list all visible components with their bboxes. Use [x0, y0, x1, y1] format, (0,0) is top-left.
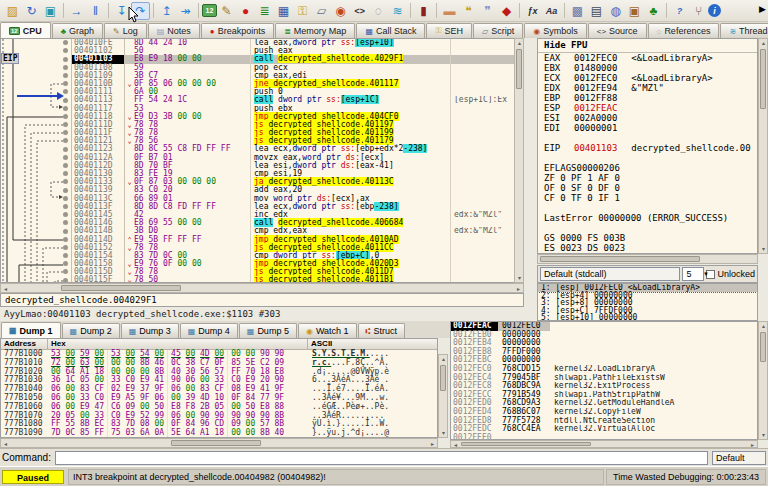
comments-icon[interactable]: ❝ — [459, 2, 478, 20]
register-esi[interactable]: ESI002A0000 — [538, 113, 757, 123]
breakpoint-dot[interactable] — [63, 229, 68, 234]
command-input[interactable] — [55, 451, 708, 465]
tab-references[interactable]: ◌References — [648, 23, 720, 38]
edit-script-icon[interactable]: ✎ — [217, 2, 236, 20]
vertical-splitter[interactable] — [524, 38, 537, 283]
breakpoint-dot[interactable] — [63, 147, 68, 152]
memory-map-icon[interactable]: ≣ — [255, 2, 274, 20]
breakpoint-dot[interactable] — [63, 188, 68, 193]
dump-tab-watch-1[interactable]: ◉Watch 1 — [298, 323, 357, 338]
register-edi[interactable]: EDI00000001 — [538, 123, 757, 133]
dump-col-address[interactable]: Address — [1, 339, 48, 349]
call-arguments-panel[interactable]: 1: [esp] 0012FEC0 <&LoadLibraryA>2: [esp… — [537, 283, 758, 321]
register-edx[interactable]: EDX0012FE94&"MZl" — [538, 83, 757, 93]
script-view-icon[interactable]: ▱ — [312, 2, 331, 20]
registers-vscrollbar[interactable]: ▴▾ — [758, 38, 768, 254]
dump-tab-struct[interactable]: ⑆Struct — [358, 323, 405, 338]
trace-icon[interactable]: ▮ — [414, 2, 433, 20]
functions-icon[interactable]: ƒx — [523, 2, 542, 20]
hide-fpu-button[interactable]: Hide FPU — [538, 39, 757, 53]
breakpoint-dot[interactable] — [63, 98, 68, 103]
stack-row[interactable]: 0012FEB400000000 — [451, 339, 757, 348]
breakpoint-dot[interactable] — [63, 138, 68, 143]
calculator-icon[interactable]: ▤ — [587, 2, 606, 20]
breakpoint-dot[interactable] — [63, 253, 68, 258]
open-file-icon[interactable]: ▨ — [3, 2, 22, 20]
breakpoint-dot[interactable] — [63, 89, 68, 94]
breakpoint-dot[interactable] — [63, 163, 68, 168]
tab-memory-map[interactable]: ≣Memory Map — [275, 23, 355, 38]
stack-vscrollbar[interactable]: ▴▾ — [758, 321, 768, 440]
about-info-icon[interactable]: i — [708, 4, 721, 17]
stack-row[interactable]: 0012FED8777F5728ntdll.NtCreateSection — [451, 417, 757, 426]
dump-tab-dump-2[interactable]: ▦Dump 2 — [62, 323, 120, 338]
tab-symbols[interactable]: ◉Symbols — [524, 23, 587, 38]
run-to-user-code-icon[interactable]: ↠ — [176, 2, 195, 20]
register-eip[interactable]: EIP00401103decrypted_shellcode.00 — [538, 143, 757, 153]
tab-source[interactable]: <>Source — [588, 23, 647, 38]
tab-graph[interactable]: ♣Graph — [52, 23, 103, 38]
tab-seh[interactable]: ⚿SEH — [426, 23, 472, 38]
tab-log[interactable]: ✎Log — [104, 23, 147, 38]
restart-icon[interactable]: ↻ — [22, 2, 41, 20]
step-out-icon[interactable]: ↥ — [157, 2, 176, 20]
command-script-type-select[interactable]: Default — [712, 451, 766, 465]
argument-row[interactable]: 5: [esp+10] 00000000 — [538, 314, 757, 321]
breakpoint-dot[interactable] — [63, 40, 68, 45]
breakpoint-dot[interactable] — [63, 114, 68, 119]
tab-threads[interactable]: ≋Threads — [720, 23, 768, 38]
stack-row[interactable]: 0012FEBC00000000 — [451, 356, 757, 365]
dump-tab-dump-5[interactable]: ▦Dump 5 — [239, 323, 297, 338]
tab-call-stack[interactable]: ▦Call Stack — [356, 23, 425, 38]
seh-chain-icon[interactable]: ⚿ — [293, 2, 312, 20]
run-icon[interactable]: → — [67, 2, 86, 20]
dump-row[interactable]: 777B10907D 0C 85 FF75 03 6A 0A5E 64 A1 1… — [1, 429, 437, 438]
source-view-icon[interactable]: <> — [350, 2, 369, 20]
threads-view-icon[interactable]: ≋ — [388, 2, 407, 20]
dump-tab-dump-1[interactable]: ▦Dump 1 — [1, 322, 61, 338]
plugins-tree-icon[interactable]: ♣ — [644, 2, 663, 20]
dump-tab-dump-3[interactable]: ▦Dump 3 — [121, 323, 179, 338]
report-bug-icon[interactable]: ? — [670, 2, 689, 20]
internet-help-icon[interactable]: ◍ — [606, 2, 625, 20]
stack-hscrollbar[interactable]: ◂▸ — [450, 440, 758, 448]
breakpoint-dot[interactable] — [63, 122, 68, 127]
dump-hscrollbar[interactable]: ◂▸ — [0, 438, 438, 448]
arg-depth-spinner[interactable]: 5 — [682, 267, 704, 281]
attach-icon[interactable]: ⑂ — [689, 2, 708, 20]
breakpoint-dot[interactable] — [63, 65, 68, 70]
dump-panel[interactable]: Address Hex ASCII 777B100053 00 59 0053 … — [0, 338, 438, 438]
patches-icon[interactable]: ▬ — [440, 2, 459, 20]
close-debuggee-icon[interactable]: ▣ — [41, 2, 60, 20]
case-toggle-icon[interactable]: Aa — [542, 2, 561, 20]
dump-col-hex[interactable]: Hex — [48, 339, 308, 349]
breakpoint-dot[interactable] — [63, 179, 68, 184]
breakpoint-dot[interactable] — [63, 220, 68, 225]
tab-notes[interactable]: ▤Notes — [148, 23, 200, 38]
stack-row[interactable]: 0012FECC7791B549shlwapi.PathStripPathW — [451, 391, 757, 400]
labels-icon[interactable]: ❞ — [478, 2, 497, 20]
breakpoint-dot[interactable] — [63, 269, 68, 274]
register-ebx[interactable]: EBX01480000 — [538, 63, 757, 73]
references-search-icon[interactable]: ◌ — [369, 2, 388, 20]
register-esp[interactable]: ESP0012FEAC — [538, 103, 757, 113]
register-ecx[interactable]: ECX0012FEC0<&LoadLibraryA> — [538, 73, 757, 83]
breakpoint-dot[interactable] — [63, 237, 68, 242]
call-stack-view-icon[interactable]: ▦ — [274, 2, 293, 20]
tab-script[interactable]: ▱Script — [473, 23, 523, 38]
breakpoint-dot[interactable] — [63, 48, 68, 53]
stack-row[interactable]: 0012FEC4779045BFshlwapi.PathFileExistsW — [451, 374, 757, 383]
breakpoint-dot[interactable] — [63, 196, 68, 201]
disasm-vscrollbar[interactable]: ▴▾ — [514, 38, 524, 283]
breakpoint-dot[interactable] — [63, 171, 68, 176]
calling-convention-select[interactable]: Default (stdcall) — [540, 267, 680, 281]
breakpoint-dot[interactable] — [63, 81, 68, 86]
breakpoint-dot[interactable] — [63, 130, 68, 135]
tab-cpu[interactable]: 12CPU — [0, 22, 51, 38]
stack-row[interactable]: 0012FEAC0012FEC0 — [451, 322, 757, 331]
stack-row[interactable]: 0012FEC8768DBC9Akernel32.ExitProcess — [451, 382, 757, 391]
breakpoint-dot[interactable] — [63, 278, 68, 283]
disassembly-panel[interactable]: 004010FE8D 44 24 10lea eax,dword ptr ss:… — [0, 38, 524, 283]
tab-breakpoints[interactable]: ●Breakpoints — [201, 23, 274, 38]
breakpoint-dot[interactable] — [63, 57, 68, 62]
